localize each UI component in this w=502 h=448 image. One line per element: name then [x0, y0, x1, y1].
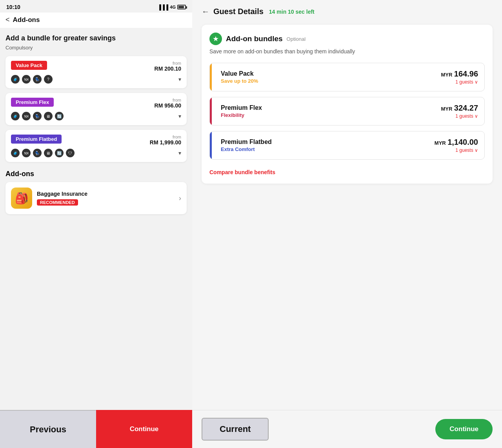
screen-icon-1: 🖥 — [44, 112, 53, 120]
bundle-price-0: RM 200.10 — [155, 66, 181, 72]
right-back-button[interactable]: ← — [202, 7, 209, 16]
seat-icon-1: 💺 — [33, 112, 42, 120]
expand-icon-0[interactable]: ▾ — [178, 76, 181, 82]
bundle-price-wrap: from RM 200.10 — [155, 61, 181, 72]
bag-icon-1: 🧳 — [11, 112, 20, 120]
right-bundle-name-1: Premium Flex — [221, 104, 441, 111]
bundle-card-premium-flex[interactable]: Premium Flex from RM 956.00 🧳 🍽 💺 🖥 🔄 ▾ — [5, 93, 187, 125]
right-bundle-premium-flatbed[interactable]: Premium Flatbed Extra Comfort MYR 1,140.… — [209, 131, 485, 160]
section-subtitle: Compulsory — [5, 45, 187, 51]
right-header: ← Guest Details 14 min 10 sec left — [192, 0, 502, 21]
expand-icon-1[interactable]: ▾ — [178, 113, 181, 119]
star-glyph: ★ — [213, 35, 219, 43]
refresh-icon-2: 🔄 — [55, 149, 64, 157]
previous-button[interactable]: Previous — [0, 410, 96, 448]
seat-icon: 💺 — [33, 75, 42, 84]
right-bundle-price-2: MYR 1,140.00 1 guests ∨ — [435, 138, 478, 153]
bundle-icons-1: 🧳 🍽 💺 🖥 🔄 ▾ — [11, 112, 181, 120]
addons-section: Add-ons 🎒 Baggage Insurance RECOMMENDED … — [5, 170, 187, 214]
screen-icon-2: 🖥 — [44, 149, 53, 157]
bag-icon: 🧳 — [11, 75, 20, 84]
accent-red — [210, 97, 212, 125]
right-bundle-name-0: Value Pack — [221, 70, 441, 77]
amount-2: 1,140.00 — [447, 138, 478, 146]
bundle-price-wrap-1: from RM 956.00 — [155, 98, 181, 109]
bag-icon-2: 🧳 — [11, 149, 20, 157]
bundle-description: Save more on add-on bundles than buying … — [209, 47, 485, 56]
currency-2: MYR — [435, 140, 446, 146]
continue-button-left[interactable]: Continue — [96, 410, 192, 448]
bundle-icons-0: 🧳 🍽 💺 ? ▾ — [11, 75, 181, 84]
right-header-title: Guest Details — [213, 7, 264, 16]
left-panel: 10:10 ▐▐▐ 4G < Add-ons Add a bundle for … — [0, 0, 192, 448]
bundle-badge-premium-flex[interactable]: Premium Flex — [11, 98, 54, 107]
addon-bundles-card: ★ Add-on bundles Optional Save more on a… — [202, 25, 493, 184]
star-icon: ★ — [209, 33, 222, 45]
meal-icon: 🍽 — [22, 75, 31, 84]
bundle-badge-value-pack[interactable]: Value Pack — [11, 61, 47, 70]
signal-icon: ▐▐▐ — [158, 4, 169, 10]
price-row-2: MYR 1,140.00 — [435, 138, 478, 147]
amount-0: 164.96 — [454, 69, 478, 78]
status-bar: 10:10 ▐▐▐ 4G — [0, 0, 192, 13]
left-bottom-bar: Previous Continue — [0, 410, 192, 448]
right-bundle-info-1: Premium Flex Flexibility — [216, 104, 441, 118]
section-title: Add a bundle for greater savings — [5, 34, 187, 42]
info-icon: ? — [44, 75, 53, 84]
bundle-card-value-pack[interactable]: Value Pack from RM 200.10 🧳 🍽 💺 ? ▾ — [5, 56, 187, 88]
right-bundle-price-1: MYR 324.27 1 guests ∨ — [441, 104, 478, 119]
expand-icon-2[interactable]: ▾ — [178, 150, 181, 156]
right-bundle-sub-0: Save up to 20% — [221, 78, 441, 84]
right-bottom-bar: Current Continue — [192, 410, 502, 448]
bundle-price-wrap-2: from RM 1,999.00 — [150, 135, 181, 146]
addon-info: Baggage Insurance RECOMMENDED — [37, 191, 174, 206]
guests-1[interactable]: 1 guests ∨ — [441, 113, 478, 119]
price-row-1: MYR 324.27 — [441, 104, 478, 113]
addons-title: Add-ons — [5, 170, 187, 178]
bundle-price-2: RM 1,999.00 — [150, 139, 181, 146]
right-bundle-info-2: Premium Flatbed Extra Comfort — [216, 138, 435, 152]
bundle-price-1: RM 956.00 — [155, 102, 181, 109]
accent-blue — [210, 131, 212, 159]
meal-icon-1: 🍽 — [22, 112, 31, 120]
amount-1: 324.27 — [454, 104, 478, 112]
right-bundle-sub-1: Flexibility — [221, 112, 441, 118]
price-row-0: MYR 164.96 — [441, 69, 478, 78]
bundle-card-top-1: Premium Flex from RM 956.00 — [11, 98, 181, 109]
guests-0[interactable]: 1 guests ∨ — [441, 79, 478, 85]
status-icons: ▐▐▐ 4G — [158, 4, 186, 10]
bundle-price-label-2: from — [150, 135, 181, 139]
addon-card[interactable]: 🎒 Baggage Insurance RECOMMENDED › — [5, 182, 187, 214]
wifi-icon: 4G — [170, 5, 176, 9]
bundle-badge-premium-flatbed[interactable]: Premium Flatbed — [11, 135, 62, 144]
current-button[interactable]: Current — [202, 418, 269, 441]
timer-label: 14 min 10 sec left — [269, 9, 315, 15]
right-bundle-value-pack[interactable]: Value Pack Save up to 20% MYR 164.96 1 g… — [209, 63, 485, 91]
refresh-icon-1: 🔄 — [55, 112, 64, 120]
addon-name: Baggage Insurance — [37, 191, 174, 197]
bundle-card-top-2: Premium Flatbed from RM 1,999.00 — [11, 135, 181, 146]
battery-icon — [177, 5, 186, 9]
compare-link[interactable]: Compare bundle benefits — [209, 169, 275, 175]
bundle-card-premium-flatbed[interactable]: Premium Flatbed from RM 1,999.00 🧳 🍽 💺 🖥… — [5, 130, 187, 162]
left-content: Add a bundle for greater savings Compuls… — [0, 28, 192, 407]
addon-chevron-icon: › — [179, 194, 181, 202]
right-bundle-premium-flex[interactable]: Premium Flex Flexibility MYR 324.27 1 gu… — [209, 97, 485, 126]
bundle-icons-2: 🧳 🍽 💺 🖥 🔄 🛡 ▾ — [11, 149, 181, 157]
guests-2[interactable]: 1 guests ∨ — [435, 148, 478, 153]
bundle-main-title: Add-on bundles — [226, 35, 283, 43]
currency-0: MYR — [441, 72, 452, 78]
right-bundle-price-0: MYR 164.96 1 guests ∨ — [441, 69, 478, 85]
right-bundle-info-0: Value Pack Save up to 20% — [216, 70, 441, 84]
bundle-card-top: Value Pack from RM 200.10 — [11, 61, 181, 72]
continue-button-right[interactable]: Continue — [435, 419, 493, 439]
meal-icon-2: 🍽 — [22, 149, 31, 157]
right-bundle-name-2: Premium Flatbed — [221, 138, 435, 146]
status-time: 10:10 — [6, 4, 20, 10]
addon-icon: 🎒 — [11, 188, 32, 209]
back-button[interactable]: < — [5, 16, 10, 24]
left-header-title: Add-ons — [13, 16, 40, 24]
bundle-price-label-1: from — [155, 98, 181, 102]
bundle-header: ★ Add-on bundles Optional — [209, 33, 485, 45]
seat-icon-2: 💺 — [33, 149, 42, 157]
